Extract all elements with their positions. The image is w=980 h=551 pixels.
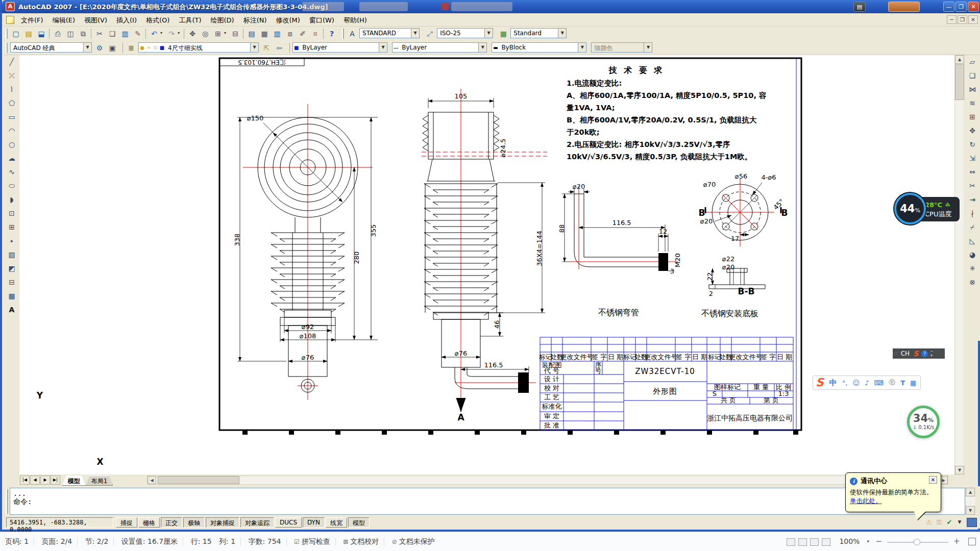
scale-icon[interactable]: ⇲ <box>966 152 979 165</box>
view-mode-icon[interactable] <box>787 538 795 546</box>
spell-check-button[interactable]: ☑拼写检查 <box>289 532 335 546</box>
layer-lock-icon[interactable]: ⚿ <box>152 43 159 53</box>
menu-window[interactable]: 窗口(W) <box>305 13 339 27</box>
close-button[interactable]: ✕ <box>968 2 979 12</box>
tab-first-icon[interactable]: |◀ <box>20 475 30 485</box>
line-icon[interactable]: ╱ <box>5 55 18 68</box>
zoom-slider-knob[interactable] <box>914 539 920 545</box>
tab-prev-icon[interactable]: ◀ <box>30 475 40 485</box>
move-icon[interactable]: ✥ <box>966 124 979 137</box>
copy-clip-icon[interactable]: ❏ <box>106 28 118 40</box>
layer-properties-icon[interactable]: ≣ <box>125 42 137 54</box>
save-icon[interactable]: ⬓ <box>35 28 47 40</box>
designcenter-icon[interactable]: ▦ <box>258 28 271 40</box>
my-workspace-icon[interactable]: ▣ <box>106 42 118 54</box>
chevron-down-icon[interactable]: ▼ <box>558 29 566 38</box>
child-close-button[interactable]: ✕ <box>968 15 978 24</box>
insert-block-icon[interactable]: ⊡ <box>5 207 18 220</box>
tab-layout1[interactable]: 布局1 <box>86 475 113 486</box>
spline-icon[interactable]: ∿ <box>5 165 18 179</box>
drawing-canvas[interactable]: 汇EH.760.103.5 技 术 要 求 1.电流额定变比: A、相序600/… <box>19 55 954 474</box>
menu-edit[interactable]: 编辑(E) <box>48 13 80 27</box>
properties-icon[interactable]: ▤ <box>246 28 258 40</box>
chevron-down-icon[interactable]: ▼ <box>83 43 91 52</box>
polygon-icon[interactable]: ⬠ <box>5 96 18 110</box>
rotate-icon[interactable]: ↻ <box>966 138 979 151</box>
command-input[interactable]: ... 命令: <box>10 488 965 515</box>
emoji-icon[interactable]: ☺ <box>850 379 863 387</box>
zoom-dropdown-icon[interactable]: ▾ <box>224 27 229 40</box>
scroll-down-icon[interactable]: ▼ <box>955 466 964 474</box>
publish-icon[interactable]: ⧉ <box>77 28 89 40</box>
linetype-combo[interactable]: —ByLayer▼ <box>392 42 487 53</box>
paste-icon[interactable]: ▥ <box>119 28 131 40</box>
zoom-out-icon[interactable]: − <box>873 532 884 546</box>
undo-icon[interactable]: ↶ <box>148 28 160 40</box>
dyn-toggle[interactable]: DYN <box>303 517 325 528</box>
redo-dropdown-icon[interactable]: ▾ <box>178 27 182 40</box>
tab-next-icon[interactable]: ▶ <box>40 475 50 485</box>
scroll-up-icon[interactable]: ▲ <box>966 488 975 496</box>
table-icon[interactable]: ▦ <box>5 289 18 303</box>
vertical-scrollbar[interactable]: ▲ ▼ <box>954 55 964 474</box>
skin-icon[interactable]: T <box>898 379 908 387</box>
plot-preview-icon[interactable]: ◫ <box>64 28 77 40</box>
langbar-minimize-icon[interactable]: ─▾ <box>929 349 933 358</box>
scroll-up-icon[interactable]: ▲ <box>955 55 964 64</box>
zoom-previous-icon[interactable]: ⊟ <box>229 28 241 40</box>
zoom-slider[interactable] <box>887 542 948 543</box>
explode-icon[interactable]: ✳ <box>966 262 979 275</box>
revcloud-icon[interactable]: ☁ <box>5 152 18 165</box>
chevron-down-icon[interactable]: ▼ <box>478 43 486 52</box>
menu-view[interactable]: 视图(V) <box>80 13 112 27</box>
help-icon[interactable]: ? <box>921 350 928 357</box>
child-minimize-button[interactable]: ─ <box>947 15 957 24</box>
tab-last-icon[interactable]: ▶| <box>51 475 60 485</box>
offset-icon[interactable]: ≋ <box>966 96 979 110</box>
join-icon[interactable]: ⊗ <box>966 276 979 289</box>
help-icon[interactable]: ? <box>326 28 338 40</box>
menu-format[interactable]: 格式(O) <box>141 13 174 27</box>
snap-toggle[interactable]: 捕捉 <box>116 517 137 528</box>
new-icon[interactable]: ▢ <box>10 28 22 40</box>
mtext-icon[interactable]: A <box>5 303 18 316</box>
table-style-combo[interactable]: Standard▼ <box>510 28 567 38</box>
gradient-icon[interactable]: ◩ <box>5 262 18 275</box>
layer-freeze-icon[interactable]: ☀ <box>145 43 152 53</box>
open-icon[interactable]: ▤ <box>22 28 35 40</box>
menu-tools[interactable]: 工具(T) <box>174 13 206 27</box>
sogou-logo-icon[interactable]: S <box>912 349 920 358</box>
tab-model[interactable]: 模型 <box>62 475 86 486</box>
command-window-grip[interactable] <box>6 489 8 514</box>
break-icon[interactable]: ⌿ <box>966 220 979 234</box>
balloon-link[interactable]: 单击此处。 <box>850 497 882 505</box>
chevron-down-icon[interactable]: ▼ <box>578 43 586 52</box>
view-mode-icon[interactable] <box>822 538 830 546</box>
ellipse-arc-icon[interactable]: ◗ <box>5 193 18 206</box>
punctuation-icon[interactable]: °, <box>840 379 850 387</box>
model-toggle[interactable]: 模型 <box>348 517 370 528</box>
zoom-realtime-icon[interactable]: ◎ <box>199 28 211 40</box>
word-count[interactable]: 字数: 754 <box>243 532 286 546</box>
tool-palettes-icon[interactable]: ▥ <box>271 28 283 40</box>
region-icon[interactable]: ⊟ <box>5 276 18 289</box>
warning-icon[interactable]: ⚠ <box>924 517 934 528</box>
point-icon[interactable]: ∙ <box>5 234 18 247</box>
pan-icon[interactable]: ✥ <box>186 28 199 40</box>
menu-modify[interactable]: 修改(M) <box>272 13 305 27</box>
scroll-left-icon[interactable]: ◀ <box>148 476 156 484</box>
zoom-level[interactable]: 100% <box>834 532 865 545</box>
ortho-toggle[interactable]: 正交 <box>161 517 182 528</box>
plot-icon[interactable]: ⎙ <box>52 28 64 40</box>
layer-previous-icon[interactable]: ⇦ <box>273 42 285 54</box>
array-icon[interactable]: ⊞ <box>966 110 979 123</box>
layer-combo[interactable]: ●☀⚿■4尺寸细实线▼ <box>138 42 259 53</box>
language-bar[interactable]: ∷ CH S ? ─▾ <box>893 348 945 359</box>
child-restore-button[interactable]: ❐ <box>958 15 967 24</box>
rectangle-icon[interactable]: ▭ <box>5 110 18 123</box>
menu-file[interactable]: 文件(F) <box>16 13 48 27</box>
extend-icon[interactable]: ⇥ <box>966 193 979 206</box>
chevron-down-icon[interactable]: ▼ <box>484 29 493 38</box>
fullscreen-icon[interactable] <box>968 538 976 545</box>
menu-help[interactable]: 帮助(H) <box>339 13 372 27</box>
